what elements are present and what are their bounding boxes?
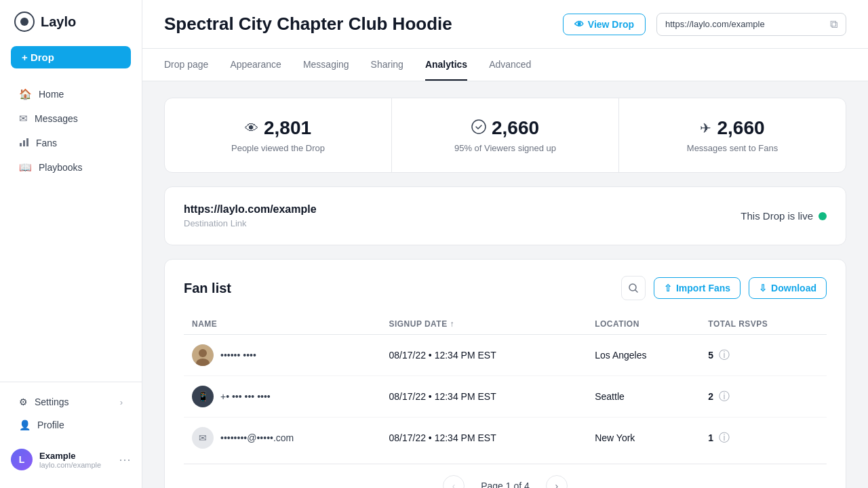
profile-label: Profile	[37, 420, 64, 430]
drop-url: https://laylo.com/example	[184, 203, 317, 216]
drop-link-left: https://laylo.com/example Destination Li…	[184, 203, 317, 228]
chevron-right-icon: ›	[120, 397, 123, 407]
settings-icon: ⚙	[19, 396, 28, 407]
info-icon[interactable]: ⓘ	[719, 390, 730, 402]
stat-signups-label: 95% of Viewers signed up	[408, 143, 602, 153]
drop-button[interactable]: + Drop	[11, 46, 131, 68]
sort-icon: ↑	[450, 319, 454, 329]
account-url: laylo.com/example	[39, 461, 101, 469]
next-page-button[interactable]: ›	[546, 475, 568, 488]
messages-icon: ✉	[19, 113, 28, 125]
drop-link-card: https://laylo.com/example Destination Li…	[164, 186, 846, 245]
col-rsvps: Total RSVPs	[700, 314, 827, 335]
tab-appearance[interactable]: Appearance	[230, 49, 281, 81]
import-icon: ⇧	[664, 283, 672, 293]
settings-item[interactable]: ⚙ Settings ›	[5, 390, 136, 413]
fan-name: ••••••••@•••••.com	[220, 432, 294, 443]
stat-signups-number: 2,660	[492, 117, 539, 139]
avatar: ✉	[192, 427, 214, 449]
stat-views: 👁 2,801 People viewed the Drop	[165, 98, 392, 172]
fan-name-cell: •••••• ••••	[192, 344, 372, 366]
tabs-bar: Drop page Appearance Messaging Sharing A…	[142, 49, 868, 81]
fan-table: Name Signup Date ↑ Location Total RSVPs	[184, 314, 827, 458]
fan-list-card: Fan list ⇧ Import Fans ⇩ Download	[164, 259, 846, 488]
account-info: L Example laylo.com/example	[11, 449, 101, 470]
prev-page-button[interactable]: ‹	[443, 475, 465, 488]
sidebar-item-label: Home	[39, 89, 64, 100]
page-title: Spectral City Chapter Club Hoodie	[164, 14, 452, 35]
col-location: Location	[587, 314, 700, 335]
fan-signup-date: 08/17/22 • 12:34 PM EST	[380, 418, 587, 459]
copy-icon[interactable]: ⧉	[830, 18, 837, 30]
download-icon: ⇩	[759, 283, 767, 293]
fan-location: Los Angeles	[587, 335, 700, 376]
laylo-logo-icon	[14, 11, 35, 33]
sidebar-item-label: Playbooks	[39, 162, 83, 173]
eye-icon: 👁	[574, 19, 584, 30]
fan-location: New York	[587, 418, 700, 459]
svg-point-8	[199, 349, 207, 357]
table-row: ✉ ••••••••@•••••.com 08/17/22 • 12:34 PM…	[184, 418, 827, 459]
sidebar-nav: 🏠 Home ✉ Messages Fans 📖 Playbooks	[0, 82, 142, 180]
view-drop-button[interactable]: 👁 View Drop	[563, 14, 646, 35]
fan-name: +• ••• ••• ••••	[220, 391, 271, 402]
col-name: Name	[184, 314, 380, 335]
account-row: L Example laylo.com/example ⋯	[0, 442, 142, 477]
sidebar: Laylo + Drop 🏠 Home ✉ Messages Fans 📖 Pl…	[0, 0, 142, 488]
header-right: 👁 View Drop https://laylo.com/example ⧉	[563, 13, 846, 36]
svg-rect-2	[20, 143, 22, 146]
main-content: Spectral City Chapter Club Hoodie 👁 View…	[142, 0, 868, 488]
stat-messages-number: 2,660	[717, 117, 764, 139]
download-button[interactable]: ⇩ Download	[749, 277, 827, 299]
account-name: Example	[39, 451, 101, 461]
svg-point-1	[20, 18, 28, 26]
tab-analytics[interactable]: Analytics	[425, 49, 467, 81]
send-stat-icon: ✈	[700, 120, 711, 136]
url-bar-text: https://laylo.com/example	[665, 19, 825, 29]
fan-name-cell: 📱 +• ••• ••• ••••	[192, 386, 372, 407]
tab-advanced[interactable]: Advanced	[489, 49, 531, 81]
import-fans-button[interactable]: ⇧ Import Fans	[654, 277, 741, 299]
fan-name-cell: ✉ ••••••••@•••••.com	[192, 427, 372, 449]
fan-rsvps: 5 ⓘ	[700, 335, 827, 376]
fan-rsvps: 2 ⓘ	[700, 376, 827, 418]
svg-rect-4	[26, 138, 28, 146]
stat-messages-label: Messages sent to Fans	[635, 143, 829, 153]
sidebar-item-label: Fans	[36, 138, 57, 148]
tab-drop-page[interactable]: Drop page	[164, 49, 208, 81]
fan-name: •••••• ••••	[220, 350, 256, 361]
info-icon[interactable]: ⓘ	[719, 432, 730, 443]
live-label: This Drop is live	[741, 210, 813, 222]
stat-views-number: 2,801	[264, 117, 311, 139]
logo: Laylo	[0, 11, 142, 46]
table-row: •••••• •••• 08/17/22 • 12:34 PM EST Los …	[184, 335, 827, 376]
logo-text: Laylo	[41, 14, 76, 30]
table-row: 📱 +• ••• ••• •••• 08/17/22 • 12:34 PM ES…	[184, 376, 827, 418]
info-icon[interactable]: ⓘ	[719, 349, 730, 361]
drop-sublabel: Destination Link	[184, 218, 317, 228]
tab-messaging[interactable]: Messaging	[303, 49, 349, 81]
stat-views-label: People viewed the Drop	[181, 143, 375, 153]
sidebar-item-home[interactable]: 🏠 Home	[5, 82, 136, 106]
fan-signup-date: 08/17/22 • 12:34 PM EST	[380, 335, 587, 376]
fan-rsvps: 1 ⓘ	[700, 418, 827, 459]
sidebar-item-playbooks[interactable]: 📖 Playbooks	[5, 155, 136, 180]
avatar: 📱	[192, 386, 214, 407]
check-stat-icon	[471, 119, 486, 138]
fan-location: Seattle	[587, 376, 700, 418]
sidebar-item-messages[interactable]: ✉ Messages	[5, 106, 136, 131]
tab-sharing[interactable]: Sharing	[371, 49, 403, 81]
col-signup-date[interactable]: Signup Date ↑	[380, 314, 587, 335]
more-icon[interactable]: ⋯	[119, 452, 131, 467]
pagination: ‹ Page 1 of 4 ›	[184, 464, 827, 488]
profile-item[interactable]: 👤 Profile	[5, 413, 136, 436]
search-button[interactable]	[621, 276, 646, 300]
sidebar-item-fans[interactable]: Fans	[5, 131, 136, 155]
stat-messages: ✈ 2,660 Messages sent to Fans	[619, 98, 846, 172]
svg-point-5	[472, 120, 486, 134]
settings-label: Settings	[35, 396, 69, 407]
fans-icon	[19, 137, 29, 149]
url-bar: https://laylo.com/example ⧉	[656, 13, 846, 36]
home-icon: 🏠	[19, 88, 32, 100]
profile-icon: 👤	[19, 420, 31, 430]
